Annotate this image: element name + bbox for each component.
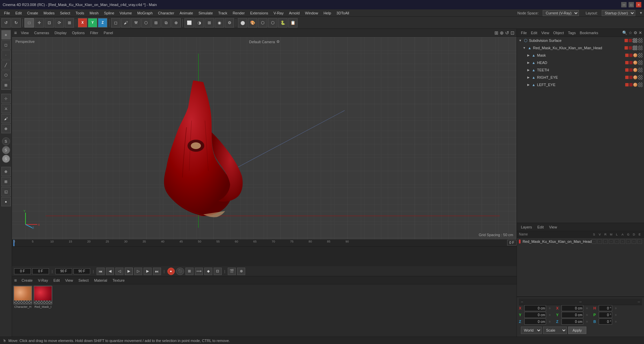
layers-menu-edit[interactable]: Edit [535, 224, 546, 230]
obj-vis-leye-1[interactable] [625, 83, 629, 86]
obj-visibility-dot-2[interactable] [629, 39, 632, 42]
node-space-select[interactable]: Current (V-Ray) [543, 10, 579, 16]
move-button[interactable]: ✛ [35, 18, 44, 27]
rotate-button[interactable]: ⟳ [55, 18, 64, 27]
sidebar-points-mode[interactable]: · [1, 50, 11, 60]
menu-tools[interactable]: Tools [73, 10, 87, 16]
om-menu-edit[interactable]: Edit [529, 30, 539, 36]
coord-x-pos-input[interactable] [524, 305, 546, 311]
menu-simulate[interactable]: Simulate [196, 10, 216, 16]
menu-create[interactable]: Create [24, 10, 41, 16]
menu-animate[interactable]: Animate [177, 10, 196, 16]
menu-select[interactable]: Select [57, 10, 73, 16]
material-menu-edit[interactable]: Edit [51, 278, 62, 283]
material-menu-create[interactable]: Create [19, 278, 35, 283]
sidebar-knife-btn[interactable]: ⚔ [1, 104, 11, 113]
material-menu-vray[interactable]: V-Ray [36, 278, 50, 283]
coord-h-dot[interactable]: ○ [613, 306, 618, 311]
coord-y-pos-dot[interactable]: ○ [547, 313, 552, 317]
sidebar-s2-btn[interactable]: S [2, 146, 10, 154]
obj-vis-mask-2[interactable] [629, 54, 633, 57]
paint-mode-btn[interactable]: 🎨 [248, 18, 257, 27]
obj-expand-right-eye[interactable]: ▶ [526, 75, 530, 79]
viewport-menu-panel[interactable]: Panel [102, 31, 114, 35]
viewport-icon-3[interactable]: ↺ [505, 30, 509, 36]
x-axis-button[interactable]: X [78, 18, 87, 27]
coord-b-input[interactable] [599, 319, 612, 325]
obj-row-teeth[interactable]: ▶ ▲ TEETH [517, 66, 644, 74]
sidebar-mode-btn-1[interactable]: ≡ [1, 30, 11, 40]
menu-render[interactable]: Render [230, 10, 248, 16]
layer-flag-r[interactable]: · [603, 239, 608, 244]
viewport-icon-2[interactable]: ⊕ [500, 30, 504, 36]
obj-vis-teeth-1[interactable] [625, 68, 629, 72]
layer-flag-a[interactable]: · [620, 239, 625, 244]
menu-help[interactable]: Help [321, 10, 334, 16]
array-button[interactable]: ⊞ [151, 18, 161, 27]
paint-button[interactable]: 🖌 [121, 18, 130, 27]
obj-visibility-dot-1[interactable] [625, 39, 628, 42]
obj-expand-left-eye[interactable]: ▶ [526, 83, 530, 87]
minimize-button[interactable]: ─ [621, 2, 627, 7]
record-button[interactable]: ● [167, 268, 175, 275]
layer-flag-e[interactable]: · [637, 239, 642, 244]
viewport-menu-options[interactable]: Options [71, 31, 86, 35]
viewport-shade-btn[interactable]: ◑ [195, 18, 204, 27]
viewport-settings-btn[interactable]: ⚙ [225, 18, 234, 27]
menu-modes[interactable]: Modes [41, 10, 57, 16]
close-button[interactable]: ✕ [636, 2, 641, 7]
viewport-canvas[interactable]: Perspective Default Camera ⚙ [12, 37, 517, 239]
viewport-render-btn[interactable]: ◉ [215, 18, 224, 27]
layer-flag-m[interactable]: · [609, 239, 613, 244]
om-menu-tags[interactable]: Tags [566, 30, 578, 36]
layer-flag-d[interactable]: · [632, 239, 636, 244]
obj-expand-group[interactable]: ▼ [522, 46, 526, 50]
frame-max-input[interactable] [73, 268, 90, 274]
sidebar-extra-btn[interactable]: ● [1, 197, 11, 206]
menu-character[interactable]: Character [155, 10, 177, 16]
om-menu-view[interactable]: View [539, 30, 551, 36]
layout-arrow-btn[interactable]: ▼ [639, 11, 643, 15]
obj-row-head[interactable]: ▶ ▲ HEAD [517, 59, 644, 66]
menu-mograph[interactable]: MoGraph [135, 10, 155, 16]
obj-expand-mask[interactable]: ▶ [526, 53, 530, 57]
prev-frame-button[interactable]: ◀ [106, 268, 114, 275]
z-axis-button[interactable]: Z [98, 18, 107, 27]
coord-x2-input[interactable] [561, 305, 583, 311]
cube-mode-button[interactable]: ◻ [111, 18, 120, 27]
om-settings-btn[interactable]: ⚙ [634, 30, 637, 35]
material-item-character[interactable]: Character_H [13, 286, 32, 308]
coord-x2-dot[interactable]: ○ [585, 306, 589, 311]
sidebar-object-mode[interactable]: ◻ [1, 40, 11, 50]
obj-vis-leye-2[interactable] [629, 83, 633, 86]
viewport-icon-1[interactable]: ⊞ [494, 30, 498, 36]
sidebar-grid-btn[interactable]: ⊞ [1, 177, 11, 186]
frame-end-input[interactable] [55, 268, 72, 274]
obj-vis-head-2[interactable] [629, 61, 633, 64]
material-menu-toggle[interactable]: ≡ [14, 278, 17, 283]
timeline-extra-btn[interactable]: ⊡ [214, 268, 222, 275]
maximize-button[interactable]: □ [629, 2, 634, 7]
om-menu-bookmarks[interactable]: Bookmarks [578, 30, 600, 36]
sidebar-poly-mode[interactable]: ⬡ [1, 70, 11, 80]
frame-start-input[interactable] [14, 268, 31, 274]
y-axis-button[interactable]: Y [88, 18, 97, 27]
instance-button[interactable]: ⧉ [161, 18, 171, 27]
menu-window[interactable]: Window [302, 10, 321, 16]
viewport-menu-view[interactable]: View [19, 31, 30, 35]
viewport-menu-filter[interactable]: Filter [89, 31, 99, 35]
material-menu-view[interactable]: View [63, 278, 75, 283]
coord-p-dot[interactable]: ○ [613, 313, 618, 317]
coord-h-input[interactable] [599, 305, 612, 311]
layer-row-0[interactable]: Red_Mask_Ku_Klux_Klan_on_Man_Head · · · … [517, 238, 644, 245]
coord-z-pos-dot[interactable]: ○ [547, 319, 552, 324]
sidebar-tweak-btn[interactable]: ⊹ [1, 94, 11, 103]
obj-expand-teeth[interactable]: ▶ [526, 68, 530, 72]
layer-flag-v[interactable]: · [597, 239, 602, 244]
obj-expand-subdivision[interactable]: ▼ [518, 39, 522, 43]
script-btn[interactable]: 📋 [288, 18, 298, 27]
sidebar-brush-btn[interactable]: 🖌 [1, 114, 11, 123]
viewport-menu-cameras[interactable]: Cameras [33, 31, 51, 35]
obj-row-right-eye[interactable]: ▶ ▲ RIGHT_EYE [517, 74, 644, 81]
timeline-key-btn[interactable]: ◆ [204, 268, 212, 275]
